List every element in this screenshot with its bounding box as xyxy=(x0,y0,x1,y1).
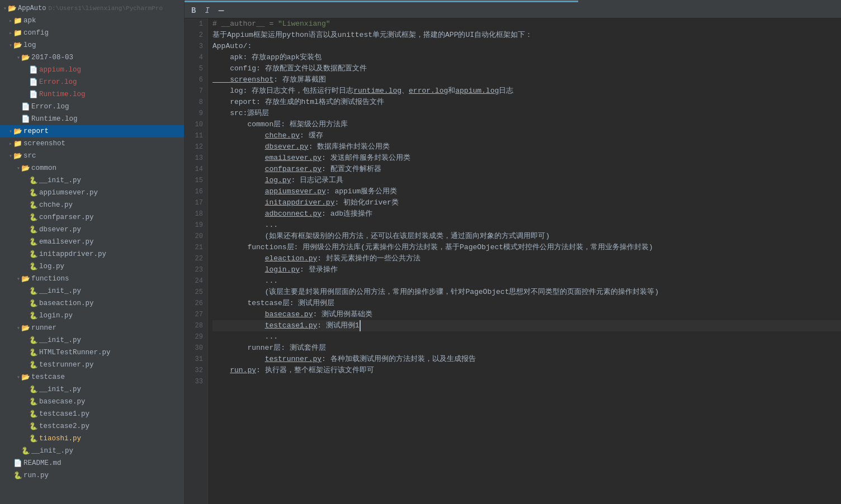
code-text: 基于Appium框架运用python语言以及unittest单元测试框架，搭建的… xyxy=(212,30,532,41)
code-text: appiumsever.py xyxy=(265,186,326,197)
sidebar-item-src[interactable]: 📂 src xyxy=(0,150,184,162)
sidebar-item-label: testcase1.py xyxy=(39,410,89,418)
code-line-cursor: testcase1.py: 测试用例1 xyxy=(212,320,841,331)
sidebar-item-init-py-root[interactable]: 🐍 __init_.py xyxy=(0,445,184,457)
sidebar-item-initappdriver-py[interactable]: 🐍 initappdriver.py xyxy=(0,248,184,260)
spacer xyxy=(16,104,21,110)
sidebar-item-emailsever-py[interactable]: 🐍 emailsever.py xyxy=(0,236,184,248)
sidebar-item-screenshot[interactable]: 📁 screenshot xyxy=(0,137,184,150)
py-icon: 🐍 xyxy=(29,225,38,234)
log-icon: 📄 xyxy=(21,102,30,111)
sidebar-item-2017-08-03[interactable]: 📂 2017-08-03 xyxy=(0,51,184,64)
code-text: src:源码层 xyxy=(212,108,269,119)
code-text: apk: 存放app的apk安装包 xyxy=(212,52,322,63)
code-line: report: 存放生成的html格式的测试报告文件 xyxy=(212,97,841,108)
strike-button[interactable]: — xyxy=(216,4,226,17)
sidebar-item-basecase-py[interactable]: 🐍 basecase.py xyxy=(0,396,184,408)
sidebar-item-label: log xyxy=(23,41,36,49)
folder-open-icon: 📂 xyxy=(13,127,22,136)
sidebar-item-init-py-runner[interactable]: 🐍 __init_.py xyxy=(0,334,184,346)
comment-token: # xyxy=(212,18,221,30)
code-line: initappdriver.py: 初始化driver类 xyxy=(212,197,841,208)
folder-icon: 📁 xyxy=(13,139,22,148)
code-text xyxy=(212,164,265,175)
code-line: adbconnect.py: adb连接操作 xyxy=(212,208,841,220)
italic-button[interactable]: I xyxy=(202,5,211,16)
folder-open-icon: 📂 xyxy=(21,373,30,382)
spacer xyxy=(16,448,21,454)
sidebar-item-label: appium.log xyxy=(39,66,81,74)
sidebar-item-run-py[interactable]: 🐍 run.py xyxy=(0,469,184,482)
log-icon: 📄 xyxy=(21,115,30,123)
code-text: testcase1.py xyxy=(265,320,318,331)
code-text: 日志 xyxy=(499,85,513,97)
sidebar-item-htmltestrunner-py[interactable]: 🐍 HTMLTestRunner.py xyxy=(0,346,184,359)
folder-open-icon: 📂 xyxy=(8,4,17,13)
sidebar-item-log[interactable]: 📂 log xyxy=(0,39,184,51)
log-icon: 📄 xyxy=(29,90,38,99)
sidebar-item-error-log[interactable]: 📄 Error.log xyxy=(0,101,184,113)
sidebar-item-chche-py[interactable]: 🐍 chche.py xyxy=(0,199,184,211)
sidebar-item-report[interactable]: 📂 report xyxy=(0,125,184,137)
py-icon: 🐍 xyxy=(29,434,38,443)
sidebar-item-dbsever-py[interactable]: 🐍 dbsever.py xyxy=(0,224,184,236)
sidebar-item-runner[interactable]: 📂 runner xyxy=(0,322,184,334)
sidebar-item-label: Runtime.log xyxy=(31,115,78,123)
sidebar-item-runtime-log-sub[interactable]: 📄 Runtime.log xyxy=(0,88,184,101)
spacer xyxy=(23,264,29,269)
arrow-icon xyxy=(8,30,13,36)
sidebar-item-error-log-sub[interactable]: 📄 Error.log xyxy=(0,76,184,88)
sidebar-item-label: tiaoshi.py xyxy=(39,435,81,443)
sidebar-item-runtime-log[interactable]: 📄 Runtime.log xyxy=(0,113,184,125)
line-num: 32 xyxy=(185,365,203,376)
spacer xyxy=(23,411,29,417)
code-content[interactable]: # __author__ = "Liwenxiang" 基于Appium框架运用… xyxy=(208,18,841,504)
log-icon: 📄 xyxy=(29,78,38,87)
sidebar-item-testrunner-py[interactable]: 🐍 testrunner.py xyxy=(0,359,184,371)
sidebar-item-appiumsever-py[interactable]: 🐍 appiumsever.py xyxy=(0,187,184,199)
folder-open-icon: 📂 xyxy=(13,151,22,160)
spacer xyxy=(23,190,29,196)
line-num: 20 xyxy=(185,231,203,242)
sidebar-item-readme-md[interactable]: 📄 README.md xyxy=(0,457,184,469)
sidebar-item-confparser-py[interactable]: 🐍 confparser.py xyxy=(0,211,184,224)
sidebar-item-label: dbsever.py xyxy=(39,226,81,234)
sidebar-item-testcase[interactable]: 📂 testcase xyxy=(0,371,184,383)
sidebar-item-init-py-common[interactable]: 🐍 __init_.py xyxy=(0,174,184,187)
sidebar-item-appium-log[interactable]: 📄 appium.log xyxy=(0,64,184,76)
code-text xyxy=(212,141,265,153)
code-text: confparser.py xyxy=(265,164,322,175)
line-num: 3 xyxy=(185,41,203,52)
sidebar-item-init-py-testcase[interactable]: 🐍 __init_.py xyxy=(0,383,184,396)
sidebar-item-label: testcase xyxy=(31,373,65,381)
sidebar-item-baseaction-py[interactable]: 🐍 baseaction.py xyxy=(0,297,184,310)
sidebar-item-config[interactable]: 📁 config xyxy=(0,27,184,39)
sidebar-item-init-py-func[interactable]: 🐍 __init_.py xyxy=(0,285,184,297)
folder-open-icon: 📂 xyxy=(21,164,30,173)
py-icon: 🐍 xyxy=(21,446,30,455)
sidebar-item-login-py[interactable]: 🐍 login.py xyxy=(0,310,184,322)
sidebar-item-common[interactable]: 📂 common xyxy=(0,162,184,174)
line-num: 14 xyxy=(185,164,203,175)
sidebar-item-functions[interactable]: 📂 functions xyxy=(0,273,184,285)
spacer xyxy=(23,362,29,368)
code-text: screenshot xyxy=(212,74,273,85)
code-area: 1 2 3 4 5 6 7 8 9 10 11 12 13 14 15 16 1… xyxy=(185,18,841,504)
py-icon: 🐍 xyxy=(29,250,38,259)
bold-button[interactable]: B xyxy=(189,5,198,16)
code-text: report: 存放生成的html格式的测试报告文件 xyxy=(212,97,384,108)
code-text: login.py xyxy=(265,264,300,275)
sidebar-item-testcase2-py[interactable]: 🐍 testcase2.py xyxy=(0,420,184,432)
sidebar-item-appauto-root[interactable]: 📂 AppAuto D:\Users1\liwenxiang\PycharmPr… xyxy=(0,2,184,15)
sidebar-item-label: screenshot xyxy=(23,140,65,148)
sidebar-item-label: report xyxy=(23,127,49,135)
sidebar-item-apk[interactable]: 📁 apk xyxy=(0,15,184,27)
sidebar-item-log-py[interactable]: 🐍 log.py xyxy=(0,260,184,273)
line-num: 19 xyxy=(185,220,203,231)
sidebar-item-tiaoshi-py[interactable]: 🐍 tiaoshi.py xyxy=(0,432,184,445)
code-line: apk: 存放app的apk安装包 xyxy=(212,52,841,63)
line-num: 25 xyxy=(185,287,203,298)
sidebar-item-label: initappdriver.py xyxy=(39,250,106,258)
sidebar-item-testcase1-py[interactable]: 🐍 testcase1.py xyxy=(0,408,184,420)
spacer xyxy=(23,301,29,306)
